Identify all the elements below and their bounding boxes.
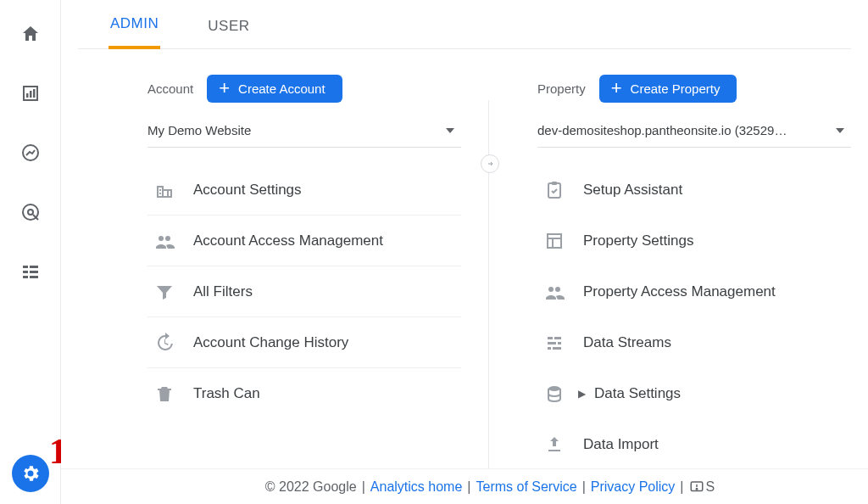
people-icon — [153, 229, 176, 253]
footer-copyright: © 2022 Google — [265, 479, 357, 495]
reports-icon[interactable] — [19, 81, 42, 105]
svg-point-5 — [28, 210, 33, 215]
filter-icon — [153, 280, 176, 304]
columns: Account + Create Account My Demo Website… — [78, 49, 851, 468]
checklist-icon — [542, 178, 566, 202]
transfer-property-icon[interactable] — [481, 154, 499, 173]
admin-main: ADMIN USER Account + Create Account My D… — [61, 0, 868, 504]
caret-down-icon — [446, 128, 454, 133]
building-icon — [153, 178, 176, 202]
tab-admin[interactable]: ADMIN — [108, 2, 160, 49]
create-property-button[interactable]: + Create Property — [599, 75, 737, 103]
trash-can-item[interactable]: Trash Can — [147, 368, 461, 419]
footer-privacy-link[interactable]: Privacy Policy — [591, 479, 676, 495]
svg-rect-16 — [548, 234, 561, 248]
layout-icon — [542, 229, 566, 253]
property-menu: Setup Assistant Property Settings Proper… — [537, 165, 851, 470]
account-select-value: My Demo Website — [147, 123, 251, 137]
property-column: Property + Create Property dev-demosites… — [537, 71, 851, 468]
explore-icon[interactable] — [19, 141, 42, 165]
menu-item-label: Account Change History — [193, 334, 348, 351]
svg-rect-1 — [30, 91, 32, 98]
plus-icon: + — [611, 81, 622, 95]
svg-rect-22 — [554, 337, 561, 339]
create-account-button[interactable]: + Create Account — [207, 75, 342, 103]
plus-icon: + — [219, 81, 230, 95]
svg-rect-7 — [30, 266, 38, 268]
upload-icon — [542, 433, 566, 456]
svg-point-30 — [696, 488, 698, 490]
svg-rect-10 — [23, 276, 28, 278]
svg-point-13 — [165, 236, 170, 241]
property-settings-item[interactable]: Property Settings — [537, 216, 851, 266]
account-access-management-item[interactable]: Account Access Management — [147, 216, 461, 266]
menu-item-label: All Filters — [193, 283, 253, 300]
trash-icon — [153, 382, 176, 406]
all-filters-item[interactable]: All Filters — [147, 266, 461, 317]
menu-item-label: Data Import — [583, 436, 659, 453]
tab-row: ADMIN USER — [78, 0, 851, 49]
home-icon[interactable] — [19, 22, 42, 46]
configure-icon[interactable] — [19, 260, 42, 283]
svg-rect-24 — [558, 342, 561, 344]
svg-rect-23 — [548, 342, 556, 344]
svg-point-12 — [159, 236, 164, 241]
people-icon — [542, 280, 566, 304]
svg-rect-2 — [33, 89, 36, 98]
data-import-item[interactable]: Data Import — [537, 419, 851, 470]
svg-rect-8 — [23, 271, 28, 273]
menu-item-label: Trash Can — [193, 385, 260, 402]
advertising-icon[interactable] — [19, 200, 42, 224]
property-select[interactable]: dev-demositeshop.pantheonsite.io (325293… — [537, 114, 851, 148]
svg-rect-11 — [30, 276, 38, 278]
account-settings-item[interactable]: Account Settings — [147, 165, 461, 216]
property-access-management-item[interactable]: Property Access Management — [537, 266, 851, 317]
account-change-history-item[interactable]: Account Change History — [147, 317, 461, 368]
menu-item-label: Data Streams — [583, 334, 671, 351]
account-column: Account + Create Account My Demo Website… — [147, 71, 461, 468]
account-select[interactable]: My Demo Website — [147, 114, 461, 148]
send-feedback-label: S — [706, 479, 715, 495]
svg-point-19 — [548, 287, 554, 292]
svg-rect-14 — [548, 183, 560, 198]
data-settings-item[interactable]: ▶ Data Settings — [537, 368, 851, 419]
data-streams-item[interactable]: Data Streams — [537, 317, 851, 368]
create-property-button-label: Create Property — [631, 81, 721, 96]
footer: © 2022 Google | Analytics home | Terms o… — [61, 468, 868, 504]
menu-item-label: Account Settings — [193, 182, 302, 199]
svg-rect-25 — [548, 347, 551, 350]
left-nav-rail — [0, 0, 61, 504]
footer-analytics-home-link[interactable]: Analytics home — [370, 479, 463, 495]
svg-rect-21 — [548, 337, 553, 339]
svg-rect-0 — [26, 93, 29, 98]
send-feedback-icon[interactable]: S — [689, 479, 715, 495]
history-icon — [153, 331, 176, 355]
menu-item-label: Data Settings — [594, 385, 681, 402]
menu-item-label: Property Settings — [583, 232, 693, 249]
tab-user[interactable]: USER — [206, 4, 251, 48]
setup-assistant-item[interactable]: Setup Assistant — [537, 165, 851, 216]
svg-point-20 — [555, 287, 560, 292]
svg-rect-26 — [553, 347, 561, 350]
menu-item-label: Property Access Management — [583, 283, 776, 300]
property-select-value: dev-demositeshop.pantheonsite.io (325293… — [537, 123, 792, 137]
footer-terms-link[interactable]: Terms of Service — [476, 479, 576, 495]
database-icon — [542, 382, 566, 406]
caret-down-icon — [836, 128, 844, 133]
svg-rect-9 — [30, 271, 38, 273]
streams-icon — [542, 331, 566, 355]
svg-rect-15 — [552, 182, 557, 185]
admin-gear-fab[interactable] — [12, 455, 49, 492]
menu-item-label: Account Access Management — [193, 232, 383, 249]
expand-caret-icon: ▶ — [578, 388, 586, 400]
property-column-title: Property — [537, 81, 586, 96]
account-menu: Account Settings Account Access Manageme… — [147, 165, 461, 419]
svg-rect-6 — [23, 266, 28, 268]
menu-item-label: Setup Assistant — [583, 182, 682, 199]
create-account-button-label: Create Account — [238, 81, 326, 96]
svg-point-27 — [548, 386, 560, 391]
account-column-title: Account — [147, 81, 193, 96]
